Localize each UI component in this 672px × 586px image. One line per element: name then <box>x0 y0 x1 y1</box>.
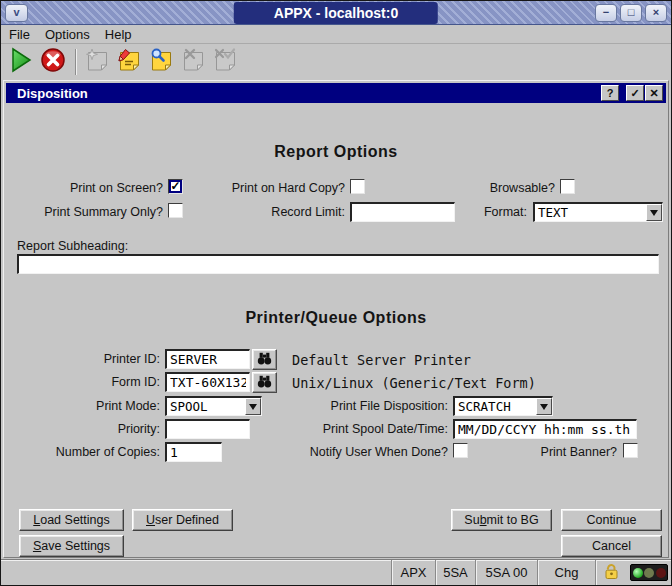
printer-queue-options-heading: Printer/Queue Options <box>5 309 667 327</box>
print-on-screen-label: Print on Screen? <box>5 181 163 195</box>
format-select[interactable]: TEXT <box>533 202 663 222</box>
print-banner-label: Print Banner? <box>485 445 617 459</box>
statusbar-cell-mode: Chg <box>537 560 595 585</box>
print-spool-datetime-input[interactable] <box>453 419 637 439</box>
print-mode-label: Print Mode: <box>5 399 160 413</box>
printer-id-label: Printer ID: <box>5 352 160 366</box>
printer-id-description: Default Server Printer <box>292 352 471 368</box>
menu-file[interactable]: File <box>9 25 41 44</box>
form-id-input[interactable] <box>165 372 250 392</box>
print-file-disposition-label: Print File Disposition: <box>255 399 448 413</box>
menu-options[interactable]: Options <box>45 25 101 44</box>
binoculars-icon <box>257 351 272 369</box>
app-window: v APPX - localhost:0 − □ × File Options … <box>0 0 672 586</box>
load-settings-button[interactable]: Load Settings <box>19 509 124 531</box>
continue-button[interactable]: Continue <box>561 509 662 531</box>
run-icon <box>9 47 33 77</box>
print-summary-only-checkbox[interactable] <box>168 203 183 218</box>
format-dropdown-button[interactable] <box>646 204 662 221</box>
statusbar-cell-apx: APX <box>391 560 435 585</box>
dialog-title: Disposition <box>17 86 88 101</box>
edit-note-button[interactable] <box>114 47 144 77</box>
notify-user-when-done-label: Notify User When Done? <box>255 445 448 459</box>
priority-input[interactable] <box>165 419 250 439</box>
statusbar-lock-area <box>595 560 627 585</box>
menubar: File Options Help <box>1 25 671 44</box>
format-value: TEXT <box>535 204 646 221</box>
statusbar-message-area <box>1 560 391 585</box>
user-defined-button[interactable]: User Defined <box>132 509 233 531</box>
delete-note-icon <box>180 48 206 76</box>
report-subheading-input[interactable] <box>17 254 659 274</box>
statusbar: APX 5SA 5SA 00 Chg <box>1 559 671 585</box>
menu-help[interactable]: Help <box>105 25 143 44</box>
scan-note-button[interactable] <box>146 47 176 77</box>
run-button[interactable] <box>6 47 36 77</box>
accept-note-button <box>210 47 240 77</box>
toolbar <box>1 45 671 79</box>
form-id-label: Form ID: <box>5 375 160 389</box>
submit-to-bg-button[interactable]: Submit to BG <box>451 509 552 531</box>
priority-label: Priority: <box>5 422 160 436</box>
print-banner-checkbox[interactable] <box>623 443 638 458</box>
new-note-button <box>82 47 112 77</box>
red-led-icon <box>656 568 666 578</box>
minimize-button[interactable]: − <box>595 4 617 22</box>
titlebar[interactable]: v APPX - localhost:0 − □ × <box>1 1 671 25</box>
disposition-dialog: Disposition ? ✓ ✕ Report Options Print o… <box>3 80 669 558</box>
edit-note-icon <box>116 48 142 76</box>
print-mode-select[interactable]: SPOOL <box>165 396 262 416</box>
dialog-close-button[interactable]: ✕ <box>645 85 663 101</box>
unlocked-padlock-icon <box>603 562 620 583</box>
dialog-ok-button[interactable]: ✓ <box>626 85 644 101</box>
dialog-body: Report Options Print on Screen? ✓ Print … <box>5 103 667 556</box>
close-button[interactable]: × <box>645 4 667 22</box>
print-mode-value: SPOOL <box>167 398 245 415</box>
window-title: APPX - localhost:0 <box>234 2 438 24</box>
print-file-disposition-value: SCRATCH <box>455 398 536 415</box>
chevron-down-icon <box>540 404 548 414</box>
print-file-disposition-dropdown-button[interactable] <box>536 398 552 415</box>
statusbar-led-area <box>627 560 671 585</box>
delete-note-button <box>178 47 208 77</box>
number-of-copies-input[interactable] <box>165 442 222 462</box>
dim-led-icon <box>644 568 654 578</box>
printer-id-input[interactable] <box>165 349 250 369</box>
scan-note-icon <box>148 48 174 76</box>
print-on-hard-copy-checkbox[interactable] <box>350 179 365 194</box>
format-label: Format: <box>405 205 527 219</box>
record-limit-label: Record Limit: <box>185 205 345 219</box>
binoculars-icon <box>257 374 272 392</box>
printer-id-lookup-button[interactable] <box>252 349 277 370</box>
save-settings-button[interactable]: Save Settings <box>19 535 124 557</box>
dialog-header: Disposition ? ✓ ✕ <box>6 83 666 103</box>
form-id-lookup-button[interactable] <box>252 372 277 393</box>
print-on-hard-copy-label: Print on Hard Copy? <box>165 181 345 195</box>
maximize-button[interactable]: □ <box>620 4 642 22</box>
form-id-description: Unix/Linux (Generic/Text Form) <box>292 375 536 391</box>
print-summary-only-label: Print Summary Only? <box>5 205 163 219</box>
window-menu-button[interactable]: v <box>5 4 28 22</box>
cancel-icon <box>40 47 66 77</box>
number-of-copies-label: Number of Copies: <box>5 445 160 459</box>
green-led-icon <box>633 568 643 578</box>
cancel-button[interactable] <box>38 47 68 77</box>
print-spool-datetime-label: Print Spool Date/Time: <box>255 422 448 436</box>
report-subheading-label: Report Subheading: <box>17 239 128 253</box>
connection-status-leds <box>630 564 668 581</box>
print-file-disposition-select[interactable]: SCRATCH <box>453 396 553 416</box>
accept-note-icon <box>212 48 238 76</box>
report-options-heading: Report Options <box>5 143 667 161</box>
browsable-label: Browsable? <box>425 181 555 195</box>
dialog-help-button[interactable]: ? <box>601 85 619 101</box>
statusbar-cell-app: 5SA <box>435 560 475 585</box>
notify-user-when-done-checkbox[interactable] <box>453 443 468 458</box>
chevron-down-icon <box>650 210 658 220</box>
statusbar-cell-process: 5SA 00 <box>475 560 537 585</box>
toolbar-separator <box>75 49 77 75</box>
new-note-icon <box>84 48 110 76</box>
cancel-button[interactable]: Cancel <box>561 535 662 557</box>
browsable-checkbox[interactable] <box>560 179 575 194</box>
